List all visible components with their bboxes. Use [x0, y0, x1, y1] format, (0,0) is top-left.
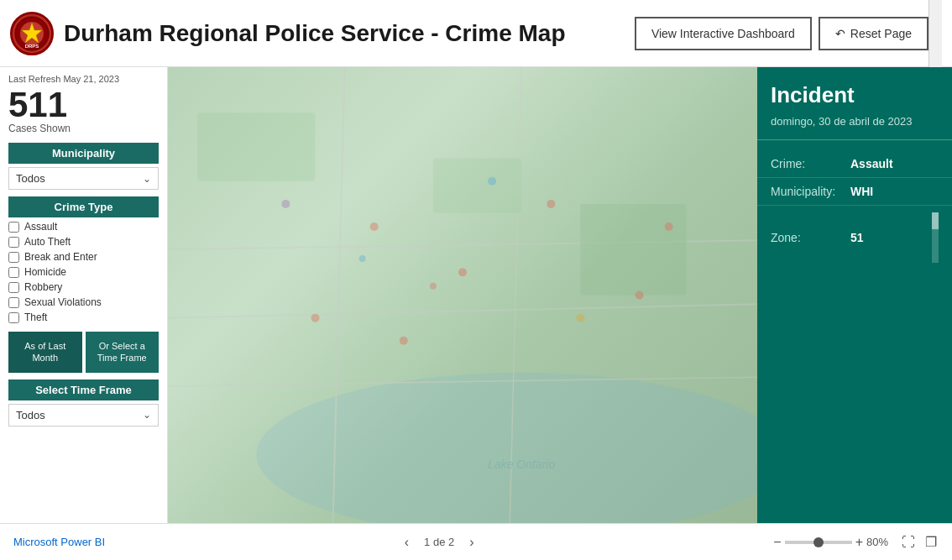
crime-type-theft[interactable]: Theft [8, 311, 159, 323]
svg-point-17 [636, 291, 644, 300]
crime-type-sexual-violations[interactable]: Sexual Violations [8, 296, 159, 308]
footer-right: − + 80% ⛶ ❐ [773, 532, 939, 552]
last-refresh-label: Last Refresh May 21, 2023 [8, 74, 159, 84]
crime-type-robbery[interactable]: Robbery [8, 281, 159, 293]
incident-zone-label: Zone: [771, 231, 850, 244]
robbery-checkbox[interactable] [8, 282, 19, 293]
svg-point-15 [547, 200, 555, 208]
svg-point-22 [665, 222, 673, 231]
map-area[interactable]: Lake Ontario [168, 67, 757, 523]
map-svg: Lake Ontario [168, 67, 757, 523]
incident-municipality-field: Municipality: WHI [757, 178, 952, 206]
sexual-violations-label: Sexual Violations [24, 296, 102, 308]
assault-label: Assault [24, 221, 57, 233]
logo-icon: DRPS [10, 12, 54, 55]
incident-divider [757, 139, 952, 140]
time-frame-chevron-icon: ⌄ [143, 409, 151, 421]
crime-type-auto-theft[interactable]: Auto Theft [8, 236, 159, 248]
svg-point-4 [256, 373, 757, 523]
time-frame-value: Todos [16, 409, 45, 421]
zoom-thumb [813, 537, 824, 547]
svg-rect-10 [197, 113, 315, 181]
time-buttons: As of LastMonth Or Select aTime Frame [8, 332, 159, 373]
zoom-in-button[interactable]: + [855, 535, 863, 550]
time-frame-header[interactable]: Select Time Frame [8, 379, 159, 400]
svg-point-20 [576, 314, 584, 322]
page-title: Durham Regional Police Service - Crime M… [64, 20, 635, 47]
sidebar: Last Refresh May 21, 2023 511 Cases Show… [0, 67, 168, 523]
svg-line-6 [168, 304, 757, 317]
zoom-slider[interactable] [785, 541, 852, 544]
crime-type-homicide[interactable]: Homicide [8, 266, 159, 278]
incident-crime-label: Crime: [771, 157, 850, 170]
svg-point-19 [488, 177, 496, 186]
dashboard-button[interactable]: View Interactive Dashboard [635, 17, 812, 50]
municipality-header[interactable]: Municipality [8, 143, 159, 164]
incident-crime-field: Crime: Assault [757, 150, 952, 178]
footer-center: ‹ 1 de 2 › [105, 533, 773, 552]
municipality-value: Todos [16, 172, 45, 185]
select-time-frame-button[interactable]: Or Select aTime Frame [86, 332, 160, 373]
page-separator: de [433, 536, 448, 548]
zone-scrollbar[interactable] [932, 212, 939, 263]
incident-municipality-value: WHI [850, 185, 873, 198]
header-scrollbar [928, 0, 942, 67]
robbery-label: Robbery [24, 281, 62, 293]
reset-button[interactable]: ↶ Reset Page [819, 17, 928, 50]
auto-theft-checkbox[interactable] [8, 237, 19, 248]
logo-area: DRPS [10, 12, 54, 55]
sexual-violations-checkbox[interactable] [8, 297, 19, 308]
incident-title: Incident [757, 67, 952, 115]
header-buttons: View Interactive Dashboard ↶ Reset Page [635, 17, 928, 50]
time-frame-dropdown[interactable]: Todos ⌄ [8, 404, 159, 427]
svg-rect-11 [433, 159, 521, 213]
svg-point-24 [359, 255, 366, 262]
crime-type-header[interactable]: Crime Type [8, 196, 159, 217]
zoom-percent-label: 80% [866, 536, 893, 548]
prev-page-button[interactable]: ‹ [400, 533, 414, 552]
page-total: 2 [448, 536, 454, 548]
zoom-out-button[interactable]: − [773, 535, 781, 550]
page-indicator: 1 de 2 [424, 536, 454, 548]
theft-checkbox[interactable] [8, 312, 19, 323]
incident-zone-value: 51 [850, 231, 932, 244]
fit-page-button[interactable]: ⛶ [900, 533, 917, 552]
zone-scrollbar-thumb [932, 212, 939, 229]
powerbi-link[interactable]: Microsoft Power BI [13, 536, 105, 548]
break-enter-label: Break and Enter [24, 251, 97, 263]
break-enter-checkbox[interactable] [8, 252, 19, 263]
next-page-button[interactable]: › [464, 533, 479, 552]
as-of-last-month-button[interactable]: As of LastMonth [8, 332, 82, 373]
cases-count: 511 [8, 87, 159, 123]
homicide-label: Homicide [24, 266, 66, 278]
header-bar: DRPS Durham Regional Police Service - Cr… [0, 0, 952, 67]
municipality-chevron-icon: ⌄ [143, 173, 151, 185]
theft-label: Theft [24, 311, 47, 323]
page-current: 1 [424, 536, 430, 548]
incident-panel: Incident domingo, 30 de abril de 2023 Cr… [757, 67, 952, 523]
homicide-checkbox[interactable] [8, 267, 19, 278]
incident-date: domingo, 30 de abril de 2023 [757, 115, 952, 139]
svg-point-16 [311, 314, 320, 322]
auto-theft-label: Auto Theft [24, 236, 71, 248]
assault-checkbox[interactable] [8, 222, 19, 233]
reset-label: Reset Page [850, 27, 912, 40]
incident-crime-value: Assault [850, 157, 893, 170]
logo-inner: DRPS [13, 15, 50, 52]
crime-type-break-enter[interactable]: Break and Enter [8, 251, 159, 263]
main-area: Last Refresh May 21, 2023 511 Cases Show… [0, 67, 952, 523]
svg-point-14 [458, 268, 467, 276]
cases-label: Cases Shown [8, 123, 159, 134]
crime-type-assault[interactable]: Assault [8, 221, 159, 233]
incident-municipality-label: Municipality: [771, 185, 850, 198]
svg-text:Lake Ontario: Lake Ontario [488, 458, 555, 471]
crime-type-list: Assault Auto Theft Break and Enter Homic… [8, 221, 159, 323]
map-canvas[interactable]: Lake Ontario [168, 67, 757, 523]
svg-rect-12 [580, 204, 686, 296]
svg-text:DRPS: DRPS [25, 44, 39, 49]
incident-zone-field: Zone: 51 [757, 206, 952, 270]
svg-point-13 [370, 222, 379, 231]
municipality-dropdown[interactable]: Todos ⌄ [8, 167, 159, 190]
svg-point-23 [430, 283, 437, 290]
fullscreen-button[interactable]: ❐ [923, 532, 939, 552]
